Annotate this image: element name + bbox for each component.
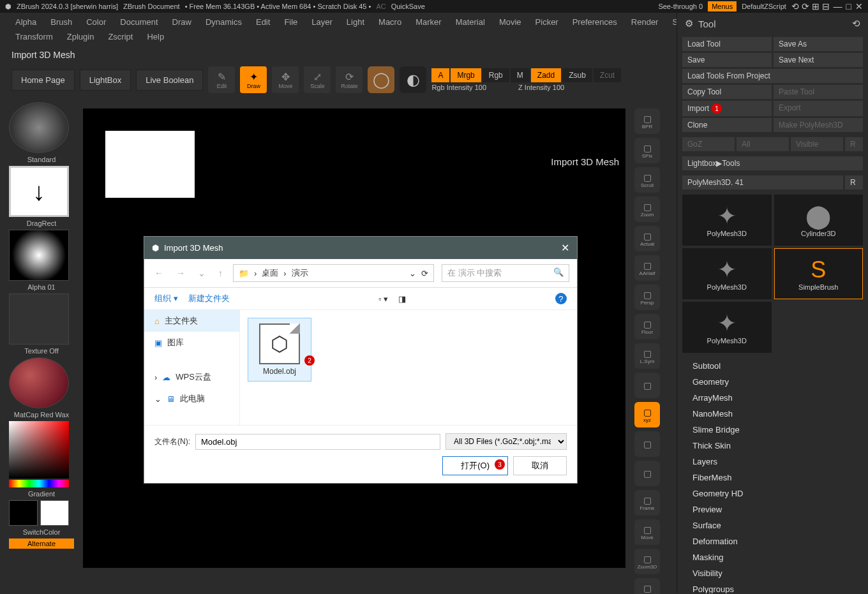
refresh-icon[interactable]: ⟳	[421, 269, 428, 278]
section-preview[interactable]: Preview	[677, 501, 868, 517]
tool-thumb-polymesh3[interactable]: ✦PolyMesh3D	[682, 302, 772, 353]
maximize-icon[interactable]: □	[846, 1, 851, 11]
vtool-item-11[interactable]: ▢	[634, 431, 660, 457]
collapse-icon[interactable]: ⟲	[852, 18, 860, 29]
sidebar-home[interactable]: ⌂主文件夹	[144, 310, 239, 332]
path-seg-1[interactable]: 桌面	[262, 267, 278, 279]
tool-r-button[interactable]: R	[845, 175, 863, 189]
current-tool-label[interactable]: PolyMesh3D. 41	[682, 175, 843, 189]
menu-edit[interactable]: Edit	[250, 15, 276, 29]
rotate-mode-button[interactable]: ⟳Rotate	[336, 66, 363, 93]
menu-file[interactable]: File	[278, 15, 304, 29]
nav-dropdown-icon[interactable]: ⌄	[195, 265, 208, 281]
home-page-button[interactable]: Home Page	[11, 70, 75, 91]
live-boolean-button[interactable]: Live Boolean	[136, 70, 203, 91]
section-fibermesh[interactable]: FiberMesh	[677, 470, 868, 486]
section-slime-bridge[interactable]: Slime Bridge	[677, 422, 868, 438]
goz-visible-button[interactable]: Visible	[791, 137, 843, 151]
zadd-button[interactable]: Zadd	[531, 68, 561, 82]
menu-help[interactable]: Help	[140, 30, 170, 43]
a-button[interactable]: A	[431, 68, 449, 82]
section-thick-skin[interactable]: Thick Skin	[677, 438, 868, 454]
quicksave-button[interactable]: QuickSave	[391, 3, 425, 10]
nav-forward-icon[interactable]: →	[174, 265, 188, 281]
section-polygroups[interactable]: Polygroups	[677, 581, 868, 593]
switchcolor-button[interactable]: SwitchColor	[9, 527, 74, 537]
rgb-intensity-slider[interactable]: Rgb Intensity 100	[431, 84, 486, 91]
view-mode-icon[interactable]: ▫ ▾	[378, 294, 388, 304]
menu-marker[interactable]: Marker	[409, 15, 447, 29]
preview-pane-icon[interactable]: ◨	[398, 294, 406, 304]
vtool-bpr[interactable]: ▢BPR	[634, 108, 660, 134]
nav-up-icon[interactable]: ↑	[216, 265, 225, 281]
filetype-filter[interactable]: All 3D Files (*.GoZ;*.obj;*.ma;	[445, 433, 567, 450]
sidebar-pc[interactable]: ⌄🖥此电脑	[144, 388, 239, 410]
nav-back-icon[interactable]: ←	[152, 265, 166, 281]
sculptris-button[interactable]: ◯	[368, 66, 394, 93]
hue-slider[interactable]	[9, 480, 69, 487]
menu-brush[interactable]: Brush	[44, 15, 79, 29]
export-button[interactable]: Export	[774, 101, 863, 116]
close-icon[interactable]: ✕	[855, 1, 863, 11]
goz-r-button[interactable]: R	[845, 137, 863, 151]
paste-tool-button[interactable]: Paste Tool	[774, 85, 863, 99]
clone-button[interactable]: Clone	[682, 118, 772, 132]
vtool-l.sym[interactable]: ▢L.Sym	[634, 343, 660, 369]
menu-dynamics[interactable]: Dynamics	[199, 15, 248, 29]
move-mode-button[interactable]: ✥Move	[272, 66, 299, 93]
search-input[interactable]: 在 演示 中搜索 🔍	[442, 264, 569, 282]
section-geometry-hd[interactable]: Geometry HD	[677, 486, 868, 501]
stroke-thumbnail[interactable]: ↓	[9, 166, 69, 217]
tool-thumb-cylinder[interactable]: ⬤Cylinder3D	[774, 195, 864, 246]
section-subtool[interactable]: Subtool	[677, 358, 868, 374]
vtool-xyz[interactable]: ▢xyz	[634, 402, 660, 427]
goz-button[interactable]: GoZ	[682, 137, 735, 151]
save-button[interactable]: Save	[682, 53, 772, 67]
dialog-close-icon[interactable]: ✕	[561, 242, 569, 254]
menus-button[interactable]: Menus	[708, 1, 737, 11]
menu-transform[interactable]: Transform	[9, 30, 59, 43]
section-surface[interactable]: Surface	[677, 517, 868, 533]
path-seg-2[interactable]: 演示	[292, 267, 308, 279]
vtool-scroll[interactable]: ▢Scroll	[634, 167, 660, 193]
swatch-black[interactable]	[9, 500, 38, 526]
load-tool-button[interactable]: Load Tool	[682, 37, 772, 51]
new-folder-button[interactable]: 新建文件夹	[188, 293, 230, 304]
vtool-zoom3d[interactable]: ▢Zoom3D	[634, 549, 660, 574]
alternate-button[interactable]: Alternate	[9, 538, 74, 549]
seethrough-slider[interactable]: See-through 0	[658, 3, 703, 10]
cancel-button[interactable]: 取消	[513, 456, 567, 475]
scale-mode-button[interactable]: ⤢Scale	[304, 66, 331, 93]
file-list[interactable]: ⬡ Model.obj 2	[240, 310, 577, 425]
section-arraymesh[interactable]: ArrayMesh	[677, 390, 868, 406]
menu-render[interactable]: Render	[625, 15, 665, 29]
menu-picker[interactable]: Picker	[529, 15, 565, 29]
file-model-obj[interactable]: ⬡ Model.obj 2	[248, 318, 311, 382]
rgb-button[interactable]: Rgb	[483, 68, 509, 82]
menu-material[interactable]: Material	[449, 15, 491, 29]
menu-color[interactable]: Color	[80, 15, 112, 29]
lightbox-tools-button[interactable]: Lightbox▶Tools	[682, 156, 863, 170]
path-breadcrumb[interactable]: 📁 › 桌面 › 演示 ⌄ ⟳	[233, 264, 434, 282]
section-nanomesh[interactable]: NanoMesh	[677, 406, 868, 422]
dialog-titlebar[interactable]: ⬢ Import 3D Mesh ✕	[144, 237, 577, 259]
section-visibility[interactable]: Visibility	[677, 565, 868, 581]
sidebar-wps[interactable]: ›☁WPS云盘	[144, 366, 239, 388]
menu-alpha[interactable]: Alpha	[9, 15, 43, 29]
menu-draw[interactable]: Draw	[166, 15, 198, 29]
vtool-spix[interactable]: ▢SPix	[634, 138, 660, 163]
menu-layer[interactable]: Layer	[305, 15, 339, 29]
save-next-button[interactable]: Save Next	[774, 53, 863, 67]
vtool-item-9[interactable]: ▢	[634, 373, 660, 398]
vtool-persp[interactable]: ▢Persp	[634, 285, 660, 310]
alpha-thumbnail[interactable]	[9, 230, 69, 281]
vtool-floor[interactable]: ▢Floor	[634, 314, 660, 339]
section-geometry[interactable]: Geometry	[677, 374, 868, 390]
load-from-project-button[interactable]: Load Tools From Project	[682, 69, 863, 83]
tool-thumb-polymesh2[interactable]: ✦PolyMesh3D	[682, 248, 772, 299]
filename-input[interactable]	[195, 434, 440, 450]
tool-thumb-polymesh[interactable]: ✦PolyMesh3D	[682, 195, 772, 246]
zcut-button[interactable]: Zcut	[594, 68, 621, 82]
icon-cluster[interactable]: ⟲ ⟳ ⊞ ⊟	[791, 1, 830, 11]
material-thumbnail[interactable]	[9, 357, 69, 408]
